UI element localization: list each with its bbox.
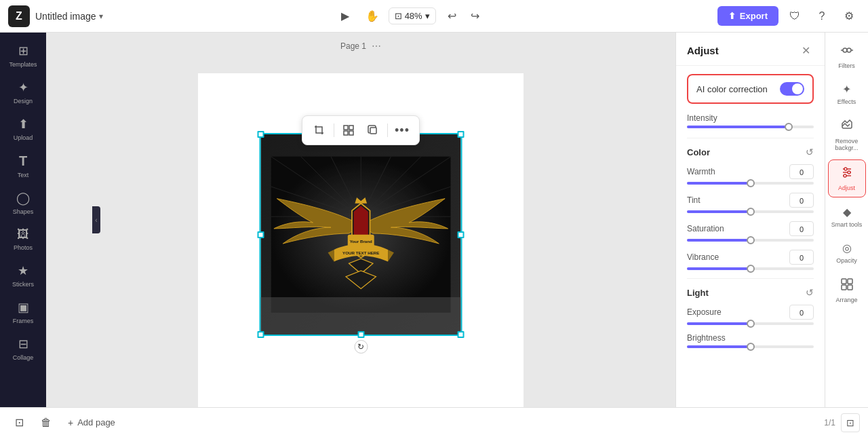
rotate-handle[interactable]: ↻ xyxy=(354,340,368,354)
title-area[interactable]: Untitled image ▾ xyxy=(35,11,103,22)
ai-correction-label: AI color correction xyxy=(696,84,768,94)
expand-button[interactable]: ⊡ xyxy=(841,413,860,432)
far-sidebar-item-smart-tools[interactable]: ◆ Smart tools xyxy=(828,200,866,233)
help-button[interactable]: ? xyxy=(811,5,833,27)
far-sidebar-item-filters[interactable]: Filters xyxy=(828,38,866,75)
sidebar-item-design[interactable]: ✦ Design xyxy=(3,75,43,110)
adjust-icon xyxy=(840,166,854,182)
shield-icon-btn[interactable]: 🛡 xyxy=(784,5,806,27)
color-reset-button[interactable]: ↺ xyxy=(806,147,814,157)
shapes-icon: ◯ xyxy=(16,191,30,206)
far-sidebar-item-effects[interactable]: ✦ Effects xyxy=(828,77,866,111)
tint-row: Tint 0 xyxy=(687,193,814,213)
opacity-label: Opacity xyxy=(836,257,857,264)
warmth-slider[interactable] xyxy=(687,182,814,185)
far-sidebar-item-opacity[interactable]: ◎ Opacity xyxy=(828,236,866,269)
page-menu-button[interactable]: ⋯ xyxy=(372,41,381,52)
exposure-thumb[interactable] xyxy=(747,320,755,328)
sidebar-item-collage[interactable]: ⊟ Collage xyxy=(3,331,43,366)
vibrance-slider[interactable] xyxy=(687,267,814,270)
hand-tool-button[interactable]: ✋ xyxy=(361,5,383,27)
delete-button[interactable]: 🗑 xyxy=(35,412,57,434)
copy-button[interactable] xyxy=(363,120,383,140)
arrange-label: Arrange xyxy=(835,297,857,303)
saturation-slider[interactable] xyxy=(687,239,814,242)
logo-button[interactable]: Z xyxy=(8,5,30,27)
handle-bottom-left[interactable] xyxy=(258,331,264,338)
image-shadow-area xyxy=(261,297,461,335)
grid-view-button[interactable] xyxy=(338,120,359,140)
light-reset-button[interactable]: ↺ xyxy=(806,287,814,298)
handle-bottom-right[interactable] xyxy=(458,331,465,338)
svg-rect-33 xyxy=(842,285,846,290)
canvas-image[interactable]: Your Brand YOUR TEXT HERE xyxy=(261,134,461,335)
close-adjust-button[interactable]: ✕ xyxy=(797,42,814,58)
export-button[interactable]: ⬆ Export xyxy=(717,6,778,26)
handle-top-right[interactable] xyxy=(458,131,465,138)
settings-button[interactable]: ⚙ xyxy=(838,5,860,27)
canvas-area[interactable]: ‹ Page 1 ⋯ xyxy=(46,33,675,407)
topbar-center: ▶ ✋ ⊡ 48% ▾ ↩ ↪ xyxy=(108,5,712,27)
saturation-row: Saturation 0 xyxy=(687,221,814,242)
smart-tools-icon: ◆ xyxy=(843,206,851,218)
divider-color xyxy=(687,138,814,138)
sidebar-item-photos[interactable]: 🖼 Photos xyxy=(3,222,43,256)
play-button[interactable]: ▶ xyxy=(334,5,356,27)
far-sidebar-item-adjust[interactable]: Adjust xyxy=(828,159,866,197)
brightness-thumb[interactable] xyxy=(747,343,755,351)
handle-bottom-middle[interactable] xyxy=(357,331,364,338)
crop-button[interactable] xyxy=(309,120,330,140)
color-section-header: Color ↺ xyxy=(687,147,814,157)
frames-icon: ▣ xyxy=(18,300,29,315)
far-sidebar-item-arrange[interactable]: Arrange xyxy=(828,272,866,309)
more-options-button[interactable]: ••• xyxy=(392,120,412,140)
logo-icon: Z xyxy=(16,10,22,22)
sidebar-item-frames[interactable]: ▣ Frames xyxy=(3,294,43,330)
add-page-button[interactable]: + Add page xyxy=(62,413,121,432)
sidebar-label-frames: Frames xyxy=(13,318,34,324)
selection-toolbar: ••• xyxy=(302,115,420,145)
tint-thumb[interactable] xyxy=(747,208,755,216)
stickers-icon: ★ xyxy=(18,263,28,278)
adjust-label: Adjust xyxy=(838,185,855,191)
handle-middle-right[interactable] xyxy=(458,231,465,238)
brightness-slider[interactable] xyxy=(687,345,814,348)
saturation-value: 0 xyxy=(789,221,814,236)
tint-slider[interactable] xyxy=(687,210,814,213)
upload-icon: ⬆ xyxy=(18,117,28,132)
adjust-header: Adjust ✕ xyxy=(676,33,825,66)
selected-image-container[interactable]: Your Brand YOUR TEXT HERE xyxy=(261,134,461,335)
intensity-slider[interactable] xyxy=(687,126,814,128)
zoom-control[interactable]: ⊡ 48% ▾ xyxy=(389,7,436,24)
vibrance-value: 0 xyxy=(789,250,814,265)
remove-bg-label: Remove backgr... xyxy=(831,138,863,151)
sidebar-item-templates[interactable]: ⊞ Templates xyxy=(3,38,43,73)
topbar: Z Untitled image ▾ ▶ ✋ ⊡ 48% ▾ ↩ ↪ ⬆ Exp… xyxy=(0,0,868,33)
sidebar-collapse-handle[interactable]: ‹ xyxy=(92,206,100,233)
handle-middle-left[interactable] xyxy=(258,231,264,238)
warmth-thumb[interactable] xyxy=(747,179,755,187)
sidebar-item-stickers[interactable]: ★ Stickers xyxy=(3,258,43,293)
vibrance-fill xyxy=(687,267,751,270)
filters-icon xyxy=(840,43,854,60)
handle-top-left[interactable] xyxy=(258,131,264,138)
ai-correction-row: AI color correction xyxy=(687,74,814,104)
tint-fill xyxy=(687,210,751,213)
sidebar-item-text[interactable]: T Text xyxy=(3,148,43,184)
sidebar-item-shapes[interactable]: ◯ Shapes xyxy=(3,185,43,221)
save-to-folder-button[interactable]: ⊡ xyxy=(8,412,30,434)
exposure-slider[interactable] xyxy=(687,322,814,325)
svg-rect-2 xyxy=(344,131,348,135)
exposure-row: Exposure 0 xyxy=(687,305,814,325)
bottom-bar: ⊡ 🗑 + Add page 1/1 ⊡ xyxy=(0,407,868,437)
redo-button[interactable]: ↪ xyxy=(465,5,486,27)
svg-text:Your Brand: Your Brand xyxy=(349,239,372,244)
sidebar-item-upload[interactable]: ⬆ Upload xyxy=(3,111,43,147)
ai-correction-toggle[interactable] xyxy=(780,82,804,96)
vibrance-thumb[interactable] xyxy=(747,265,755,273)
zoom-level: 48% xyxy=(405,11,422,21)
intensity-thumb[interactable] xyxy=(785,123,793,131)
undo-button[interactable]: ↩ xyxy=(441,5,463,27)
far-sidebar-item-remove-bg[interactable]: Remove backgr... xyxy=(828,113,866,157)
saturation-thumb[interactable] xyxy=(747,236,755,244)
